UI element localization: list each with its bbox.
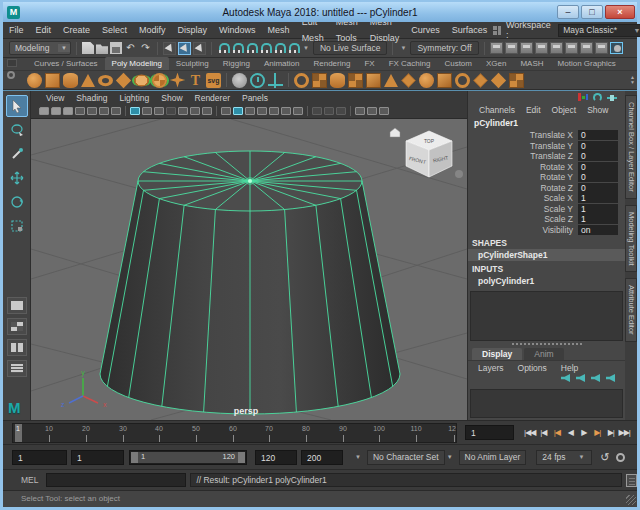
close-button[interactable]: ×: [605, 5, 635, 19]
shelf-tab-sculpting[interactable]: Sculpting: [169, 57, 216, 70]
snap-curve-icon[interactable]: [231, 42, 243, 54]
chevron-down-icon[interactable]: ▼: [301, 45, 311, 51]
hyperbolic-slider-icon[interactable]: [607, 97, 617, 99]
create-layer-from-selected-icon[interactable]: [606, 374, 615, 382]
view-transform-icon[interactable]: [379, 107, 389, 115]
hypershade-icon[interactable]: [550, 42, 563, 54]
create-layer-icon[interactable]: [591, 374, 600, 382]
input-node-name[interactable]: polyCylinder1: [468, 275, 625, 287]
poly-sphere-icon[interactable]: [27, 73, 42, 88]
lattice-icon[interactable]: [509, 73, 524, 88]
panel-menu-panels[interactable]: Panels: [237, 93, 273, 103]
grease-pencil-icon[interactable]: [595, 42, 608, 54]
menu-create[interactable]: Create: [57, 22, 96, 38]
menu-curves[interactable]: Curves: [405, 22, 446, 38]
channel-value[interactable]: 1: [578, 214, 618, 224]
command-input[interactable]: [46, 473, 186, 487]
render-current-frame-icon[interactable]: [505, 42, 518, 54]
snap-point-icon[interactable]: [245, 42, 257, 54]
shelf-collapse-button[interactable]: [7, 59, 17, 67]
current-frame-field[interactable]: 1: [465, 425, 514, 440]
separate-icon[interactable]: [330, 73, 345, 88]
menu-edit[interactable]: Edit: [30, 22, 58, 38]
connect-icon[interactable]: [491, 72, 506, 87]
lock-camera-icon[interactable]: [51, 107, 61, 115]
workspace-selector[interactable]: Maya Classic* ▼: [558, 24, 640, 37]
anim-layer-selector[interactable]: No Anim Layer: [459, 450, 527, 465]
snap-projected-center-icon[interactable]: [259, 42, 271, 54]
layer-list-area[interactable]: [470, 389, 623, 418]
screen-space-ao-icon[interactable]: [281, 107, 291, 115]
layer-menu-layers[interactable]: Layers: [472, 363, 510, 373]
step-back-key-button[interactable]: |◀: [550, 424, 564, 442]
poly-cube-icon[interactable]: [45, 73, 60, 88]
playback-loop-icon[interactable]: ↺: [600, 451, 609, 464]
panel-menu-lighting[interactable]: Lighting: [114, 93, 154, 103]
scale-tool[interactable]: [6, 215, 28, 237]
motion-blur-icon[interactable]: [293, 107, 303, 115]
shelf-tab-rendering[interactable]: Rendering: [306, 57, 357, 70]
shelf-tab-rigging[interactable]: Rigging: [216, 57, 257, 70]
tab-attribute-editor[interactable]: Attribute Editor: [625, 278, 637, 342]
shelf-tab-curves-surfaces[interactable]: Curves / Surfaces: [27, 57, 105, 70]
shaded-mode-icon[interactable]: [233, 107, 243, 115]
command-language-label[interactable]: MEL: [3, 475, 46, 485]
shelf-tab-animation[interactable]: Animation: [257, 57, 307, 70]
layout-single-pane-button[interactable]: [7, 297, 27, 314]
cb-menu-show[interactable]: Show: [582, 105, 613, 115]
tab-channel-box-layer-editor[interactable]: Channel Box / Layer Editor: [625, 95, 637, 199]
menu-set-selector[interactable]: Modeling ▼: [9, 41, 71, 55]
menu-select[interactable]: Select: [96, 22, 133, 38]
cb-menu-channels[interactable]: Channels: [474, 105, 520, 115]
time-slider[interactable]: 1 10 20 30 40 50 60 70 80 90 100 110 120: [12, 423, 457, 443]
range-slider[interactable]: 1 120: [129, 450, 247, 465]
menu-modify[interactable]: Modify: [133, 22, 172, 38]
shelf-scroll-down-icon[interactable]: ▼: [630, 80, 635, 85]
shelf-tab-fx-caching[interactable]: FX Caching: [382, 57, 438, 70]
channel-value[interactable]: 0: [578, 172, 618, 182]
lasso-select-tool[interactable]: [6, 119, 28, 141]
channel-value[interactable]: 0: [578, 141, 618, 151]
select-object-mode-icon[interactable]: [178, 42, 191, 55]
menu-surfaces[interactable]: Surfaces: [446, 22, 494, 38]
manip-mode-icon[interactable]: [578, 93, 588, 101]
isolate-select-icon[interactable]: [312, 107, 322, 115]
fps-selector[interactable]: 24 fps ▼: [536, 450, 592, 465]
symmetry-field[interactable]: Symmetry: Off: [410, 41, 478, 55]
menu-mesh[interactable]: Mesh: [262, 22, 296, 38]
undo-icon[interactable]: ↶: [124, 42, 137, 54]
title-bar[interactable]: M Autodesk Maya 2018: untitled --- pCyli…: [3, 2, 637, 22]
character-controls-icon[interactable]: [565, 42, 578, 54]
move-layer-up-icon[interactable]: [561, 374, 570, 382]
gamma-icon[interactable]: [367, 107, 377, 115]
mirror-icon[interactable]: [294, 73, 309, 88]
select-tool[interactable]: [6, 95, 28, 117]
render-view-icon[interactable]: [490, 42, 503, 54]
open-scene-icon[interactable]: [96, 42, 108, 54]
channel-value[interactable]: 0: [578, 130, 618, 140]
layout-two-pane-button[interactable]: [7, 339, 27, 356]
channel-value[interactable]: 0: [578, 151, 618, 161]
channel-value[interactable]: 0: [578, 183, 618, 193]
go-to-end-button[interactable]: ▶▶|: [618, 424, 632, 442]
menu-file[interactable]: File: [3, 22, 30, 38]
speed-slow-icon[interactable]: [593, 93, 602, 102]
step-forward-frame-button[interactable]: ▶|: [604, 424, 618, 442]
move-tool[interactable]: [6, 167, 28, 189]
panel-menu-renderer[interactable]: Renderer: [190, 93, 235, 103]
bevel-icon[interactable]: [401, 73, 415, 87]
shelf-tab-motion-graphics[interactable]: Motion Graphics: [551, 57, 623, 70]
layer-tab-anim[interactable]: Anim: [524, 348, 563, 360]
render-settings-icon[interactable]: [535, 42, 548, 54]
snap-view-plane-icon[interactable]: [273, 42, 285, 54]
chevron-down-icon[interactable]: ▼: [398, 45, 408, 51]
snap-grid-icon[interactable]: [217, 42, 229, 54]
sculpt-axis-icon[interactable]: [268, 73, 283, 88]
panel-menu-show[interactable]: Show: [156, 93, 187, 103]
exposure-icon[interactable]: [355, 107, 365, 115]
toggle-viewport-renderer-icon[interactable]: [610, 42, 623, 54]
channel-value[interactable]: on: [578, 225, 618, 235]
menu-windows[interactable]: Windows: [213, 22, 262, 38]
tab-modeling-toolkit[interactable]: Modeling Toolkit: [625, 205, 637, 273]
minimize-button[interactable]: –: [557, 5, 579, 19]
